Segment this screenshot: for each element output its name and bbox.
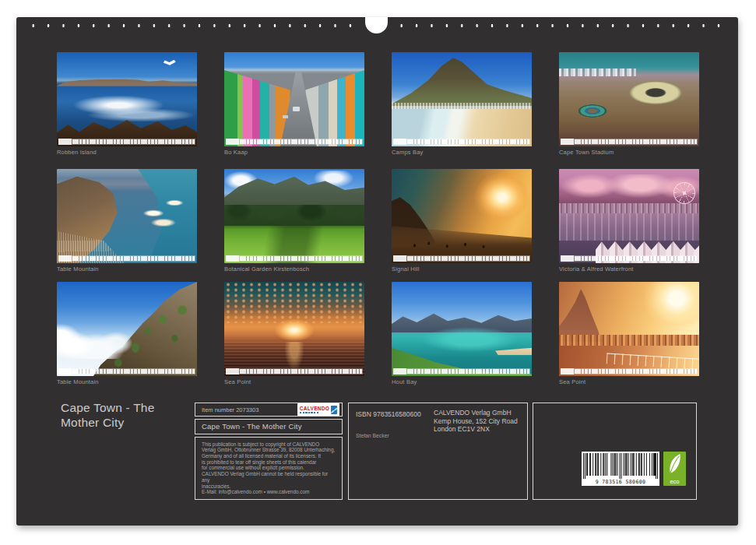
photo-table-mountain-aerial [57, 169, 197, 263]
photo-art-layer [57, 78, 197, 86]
barcode-box: 9 783516 580600 eco [533, 403, 697, 500]
calendar-thumbnail: Table Mountain [57, 282, 197, 385]
photo-caption: Camps Bay [392, 149, 532, 156]
calendar-thumbnail: Hout Bay [392, 282, 532, 385]
photo-art-layer [403, 239, 504, 251]
calendar-thumbnail: Sea Point [224, 282, 364, 385]
photo-art-layer [559, 213, 699, 241]
photo-art-layer [559, 203, 699, 213]
binding-holes-left [26, 23, 360, 29]
calvendo-logo-tagline [300, 412, 318, 413]
calendar-thumbnail: Table Mountain [57, 169, 197, 272]
photo-caption: Table Mountain [57, 378, 197, 385]
calendar-thumbnail: Botanical Garden Kirstenbosch [224, 169, 364, 272]
barcode-digits: 9 783516 580600 [582, 480, 659, 486]
ferris-wheel-shape [673, 182, 695, 204]
photo-caption: Victoria & Alfred Waterfront [559, 265, 699, 272]
photo-art-layer [224, 70, 290, 146]
calendar-thumbnail: Signal Hill [392, 169, 532, 272]
mini-calendar-strip [226, 139, 363, 145]
calendar-title-small: Cape Town - The Mother City [195, 419, 343, 435]
photo-caption: Botanical Garden Kirstenbosch [224, 265, 364, 272]
mini-calendar-strip [393, 368, 530, 374]
photo-sea-point-promenade [559, 282, 699, 376]
seagull-shape [164, 60, 176, 65]
mini-calendar-strip [561, 368, 698, 374]
photo-art-layer [392, 325, 532, 353]
photo-art-layer [615, 73, 696, 113]
page-background: Robben Island Bo Kaap Camps Bay Cape Tow… [0, 0, 756, 545]
photo-cape-town-stadium [559, 52, 699, 146]
calendar-thumbnail: Victoria & Alfred Waterfront [559, 169, 699, 272]
mini-calendar-strip [58, 255, 195, 262]
photo-caption: Hout Bay [392, 378, 532, 385]
photo-caption: Bo Kaap [224, 149, 364, 156]
thumbnail-grid: Robben Island Bo Kaap Camps Bay Cape Tow… [57, 52, 699, 399]
calendar-thumbnail: Camps Bay [392, 52, 532, 156]
leaf-icon [666, 453, 684, 477]
photo-caption: Sea Point [559, 378, 699, 385]
hanger-notch [365, 17, 388, 33]
photo-robben-island [57, 52, 197, 146]
photo-art-layer [57, 319, 146, 359]
ean-barcode: 9 783516 580600 [582, 452, 659, 486]
photo-hout-bay [392, 282, 532, 376]
eco-label: eco [663, 479, 686, 485]
calendar-thumbnail: Robben Island [57, 52, 197, 156]
mini-calendar-strip [58, 139, 195, 145]
photo-signal-hill [392, 169, 532, 263]
photo-art-layer [293, 107, 300, 111]
isbn-number: ISBN 9783516580600 [356, 410, 421, 418]
mini-calendar-strip [226, 255, 363, 262]
publisher-address: CALVENDO Verlag GmbH Kemp House, 152 Cit… [434, 409, 518, 434]
photo-bo-kaap [224, 52, 364, 146]
photo-art-layer [57, 90, 197, 121]
photo-art-layer [224, 205, 364, 226]
mini-calendar-strip [226, 368, 363, 374]
mini-calendar-strip [393, 139, 530, 145]
eco-badge: eco [663, 452, 686, 486]
calendar-back-cover: Robben Island Bo Kaap Camps Bay Cape Tow… [16, 17, 738, 526]
photo-caption: Robben Island [57, 149, 197, 156]
author-name: Stefan Becker [356, 433, 389, 438]
publication-info-box: Item number 2073303 CALVENDO Cape Town -… [195, 403, 343, 500]
mini-calendar-strip [393, 255, 530, 262]
photo-caption: Cape Town Stadium [559, 149, 699, 156]
photo-caption: Signal Hill [392, 265, 532, 272]
barcode-bars [583, 453, 658, 479]
mini-calendar-strip [561, 139, 698, 145]
calendar-title: Cape Town - The Mother City [61, 400, 154, 430]
mini-calendar-strip [561, 255, 698, 262]
isbn-publisher-box: ISBN 9783516580600 CALVENDO Verlag GmbH … [348, 403, 528, 500]
photo-caption: Sea Point [224, 378, 364, 385]
calvendo-logo: CALVENDO [297, 403, 339, 416]
item-number: Item number 2073303 [202, 406, 258, 413]
calvendo-logo-icon [331, 406, 337, 414]
photo-table-mountain-clouds [57, 282, 197, 376]
calendar-thumbnail: Bo Kaap [224, 52, 364, 156]
photo-caption: Table Mountain [57, 265, 197, 272]
calendar-thumbnail: Sea Point [559, 282, 699, 385]
item-number-row: Item number 2073303 CALVENDO [195, 403, 343, 417]
binding-holes-right [394, 23, 724, 29]
photo-sea-point-sunset [224, 282, 364, 376]
calendar-thumbnail: Cape Town Stadium [559, 52, 699, 156]
photo-kirstenbosch-garden [224, 169, 364, 263]
photo-va-waterfront [559, 169, 699, 263]
photo-camps-bay [392, 52, 532, 146]
photo-art-layer [392, 57, 532, 106]
calvendo-logo-text: CALVENDO [300, 406, 329, 411]
mini-calendar-strip [58, 368, 195, 374]
copyright-text: This publication is subject to copyright… [195, 437, 343, 500]
